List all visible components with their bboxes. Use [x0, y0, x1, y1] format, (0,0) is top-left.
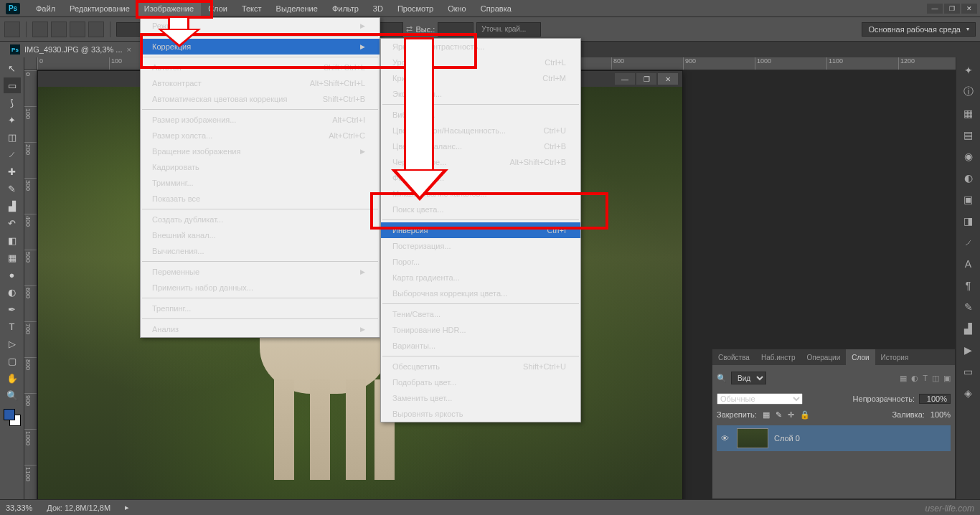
actions-icon[interactable]: ▶ — [961, 343, 976, 357]
menu-item[interactable]: Анализ▶ — [141, 321, 380, 337]
doc-maximize-button[interactable]: ❐ — [636, 73, 656, 85]
menu-item[interactable]: Черно-белое...Alt+Shift+Ctrl+B — [381, 154, 580, 170]
menu-item[interactable]: Выборочная коррекция цвета... — [381, 285, 580, 301]
selection-subtract-icon[interactable] — [70, 22, 85, 37]
menu-item[interactable]: АвтотонShift+Ctrl+L — [141, 60, 380, 75]
menubar-item-просмотр[interactable]: Просмотр — [390, 1, 440, 16]
path-select-tool[interactable]: ▷ — [4, 336, 21, 351]
filter-smart-icon[interactable]: ▣ — [943, 374, 951, 383]
menu-item[interactable]: Тонирование HDR... — [381, 322, 580, 338]
selection-intersect-icon[interactable] — [88, 22, 104, 37]
document-info[interactable]: Док: 12,8M/12,8M — [47, 504, 110, 512]
lock-transparency-icon[interactable]: ▦ — [763, 410, 770, 420]
eraser-tool[interactable]: ◧ — [4, 232, 21, 248]
tool-presets-icon[interactable]: ▭ — [961, 364, 976, 379]
panel-tab-4[interactable]: История — [875, 349, 915, 365]
lasso-tool[interactable]: ⟆ — [4, 95, 21, 110]
menubar-item-фильтр[interactable]: Фильтр — [325, 1, 366, 16]
color-icon[interactable]: ▦ — [961, 106, 976, 121]
navigator-icon[interactable]: ◈ — [961, 386, 976, 400]
menu-item[interactable]: Выровнять яркость — [381, 406, 580, 422]
doc-close-button[interactable]: ✕ — [658, 73, 678, 85]
layer-row[interactable]: 👁 Слой 0 — [717, 425, 951, 451]
selection-new-icon[interactable] — [32, 22, 48, 37]
menu-item[interactable]: АвтоконтрастAlt+Shift+Ctrl+L — [141, 75, 380, 91]
refine-edge-button[interactable]: Уточн. край... — [476, 22, 541, 37]
lock-position-icon[interactable]: ✛ — [788, 410, 794, 420]
gradient-tool[interactable]: ▦ — [4, 250, 21, 265]
ruler-origin[interactable] — [24, 57, 37, 70]
menu-item[interactable]: Карта градиента... — [381, 270, 580, 285]
filter-adjust-icon[interactable]: ◐ — [911, 374, 918, 383]
restore-button[interactable]: ❐ — [944, 4, 960, 14]
ruler-vertical[interactable]: 0100200300400500600700800900100011001200… — [24, 70, 37, 499]
menubar-item-текст[interactable]: Текст — [235, 1, 269, 16]
menubar-item-слои[interactable]: Слои — [201, 1, 235, 16]
menu-item[interactable]: Постеризация... — [381, 238, 580, 254]
menubar-item-файл[interactable]: Файл — [29, 1, 62, 16]
hand-tool[interactable]: ✋ — [4, 370, 21, 386]
menubar-item-3d[interactable]: 3D — [366, 1, 390, 16]
minimize-button[interactable]: — — [927, 4, 943, 14]
zoom-level[interactable]: 33,33% — [6, 504, 32, 512]
filter-shape-icon[interactable]: ◫ — [932, 374, 939, 383]
menubar-item-изображение[interactable]: Изображение — [137, 1, 201, 16]
menu-item[interactable]: Тени/Света... — [381, 306, 580, 322]
styles-icon[interactable]: ◉ — [961, 149, 976, 164]
move-tool[interactable]: ↖ — [4, 60, 21, 76]
menu-item[interactable]: Внешний канал... — [141, 227, 380, 243]
menu-item[interactable]: Уровни...Ctrl+L — [381, 55, 580, 70]
menu-item[interactable]: Фотофильтр... — [381, 170, 580, 186]
menu-item[interactable]: Коррекция▶ — [141, 39, 380, 55]
quick-select-tool[interactable]: ✦ — [4, 112, 21, 128]
opacity-value[interactable]: 100% — [919, 394, 951, 404]
menu-item[interactable]: Яркость/Контрастность... — [381, 39, 580, 55]
filter-type-select[interactable]: Вид — [731, 372, 766, 384]
visibility-icon[interactable]: 👁 — [721, 434, 731, 443]
menu-item[interactable]: Размер холста...Alt+Ctrl+C — [141, 128, 380, 143]
lock-all-icon[interactable]: 🔒 — [800, 410, 810, 420]
menu-item[interactable]: Вращение изображения▶ — [141, 143, 380, 159]
marquee-tool[interactable]: ▭ — [4, 77, 21, 93]
layers-icon[interactable]: ▣ — [961, 192, 976, 207]
menubar-item-редактирование[interactable]: Редактирование — [62, 1, 137, 16]
statusbar-arrow-icon[interactable]: ▸ — [125, 503, 129, 512]
tool-preset-icon[interactable] — [4, 22, 20, 37]
fill-value[interactable]: 100% — [930, 410, 951, 419]
menu-item[interactable]: Показать все — [141, 191, 380, 207]
menu-item[interactable]: Кривые...Ctrl+M — [381, 70, 580, 86]
menu-item[interactable]: Варианты... — [381, 338, 580, 354]
menu-item[interactable]: Режим▶ — [141, 18, 380, 34]
brush-tool[interactable]: ✎ — [4, 181, 21, 197]
stamp-tool[interactable]: ▟ — [4, 198, 21, 214]
panel-tab-1[interactable]: Наб.инстр — [755, 349, 801, 365]
channels-icon[interactable]: ◨ — [961, 214, 976, 228]
menu-item[interactable]: Автоматическая цветовая коррекцияShift+C… — [141, 91, 380, 107]
eyedropper-tool[interactable]: ⟋ — [4, 146, 21, 162]
pen-tool[interactable]: ✒ — [4, 301, 21, 317]
menu-item[interactable]: Цветовой тон/Насыщенность...Ctrl+U — [381, 123, 580, 138]
color-swatches[interactable] — [4, 409, 21, 426]
paragraph-icon[interactable]: ¶ — [961, 278, 976, 293]
menu-item[interactable]: Вычисления... — [141, 243, 380, 259]
adjustments-icon[interactable]: ◐ — [961, 171, 976, 185]
blur-tool[interactable]: ● — [4, 267, 21, 283]
crop-tool[interactable]: ◫ — [4, 129, 21, 145]
swap-icon[interactable]: ⇄ — [406, 24, 413, 34]
brush-presets-icon[interactable]: ✎ — [961, 300, 976, 314]
filter-pixel-icon[interactable]: ▦ — [900, 374, 907, 383]
menu-item[interactable]: Порог... — [381, 254, 580, 270]
workspace-selector[interactable]: Основная рабочая среда ▾ — [862, 22, 976, 37]
swatches-icon[interactable]: ▤ — [961, 128, 976, 142]
panel-tab-0[interactable]: Свойства — [712, 349, 755, 365]
menu-item[interactable]: Вибрация... — [381, 107, 580, 123]
doc-minimize-button[interactable]: — — [615, 73, 635, 85]
healing-tool[interactable]: ✚ — [4, 164, 21, 179]
info-icon[interactable]: ⓘ — [961, 85, 976, 99]
menu-item[interactable]: Заменить цвет... — [381, 390, 580, 406]
menubar-item-выделение[interactable]: Выделение — [269, 1, 325, 16]
document-tab[interactable]: Ps IMG_4930.JPG @ 33,3% ... × — [0, 42, 142, 57]
selection-add-icon[interactable] — [51, 22, 67, 37]
menu-item[interactable]: Экспозиция... — [381, 86, 580, 102]
shape-tool[interactable]: ▢ — [4, 353, 21, 369]
